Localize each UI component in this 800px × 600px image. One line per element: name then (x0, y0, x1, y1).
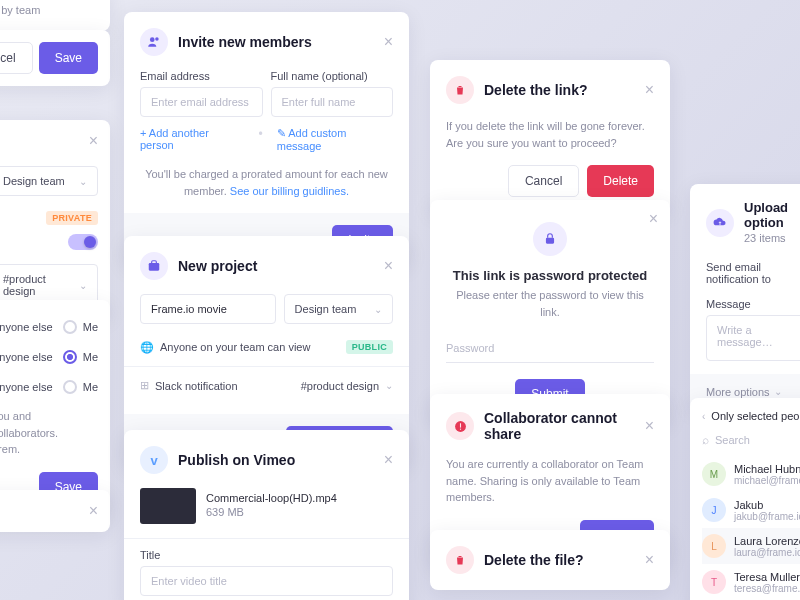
more-options-link[interactable]: More options⌄ (706, 386, 782, 398)
close-icon[interactable]: × (645, 81, 654, 99)
cancel-button[interactable]: ancel (0, 42, 33, 74)
add-msg-link[interactable]: ✎ Add custom message (277, 127, 393, 152)
briefcase-icon (140, 252, 168, 280)
people-icon (140, 28, 168, 56)
user-row[interactable]: TTeresa Mullerteresa@frame.io (702, 564, 800, 600)
user-name: Laura Lorenzo (734, 535, 800, 547)
upload-count: 23 items (744, 230, 800, 247)
msg-label: Message (706, 298, 800, 310)
user-row[interactable]: MMichael Hubnermichael@frame.io (702, 456, 800, 492)
pwd-title: This link is password protected (446, 268, 654, 283)
private-badge: PRIVATE (46, 211, 98, 225)
public-badge: PUBLIC (346, 340, 393, 354)
close-icon[interactable]: × (645, 551, 654, 569)
charge-note: You'll be charged a prorated amount for … (140, 166, 393, 199)
svg-point-0 (150, 37, 155, 42)
send-label: Send email notification to (706, 261, 800, 285)
project-name-input[interactable] (140, 294, 276, 324)
user-email: teresa@frame.io (734, 583, 800, 594)
search-input[interactable] (715, 430, 800, 450)
user-name: Teresa Muller (734, 571, 800, 583)
close-icon[interactable]: × (384, 451, 393, 469)
globe-icon: 🌐 (140, 341, 154, 354)
add-person-link[interactable]: + Add another person (140, 127, 245, 152)
delete-link-body: If you delete the link will be gone fore… (446, 118, 654, 151)
title-label: Title (140, 549, 393, 561)
close-icon[interactable]: × (384, 257, 393, 275)
close-icon[interactable]: × (649, 210, 658, 228)
by-team-text: d by team (0, 2, 98, 19)
collab-title: Collaborator cannot share (484, 410, 635, 442)
trash-icon (446, 76, 474, 104)
avatar: L (702, 534, 726, 558)
name-label: Full name (optional) (271, 70, 394, 82)
upload-title: Upload option (744, 200, 800, 230)
delete-link-title: Delete the link? (484, 82, 635, 98)
file-name: Commercial-loop(HD).mp4 (206, 492, 337, 504)
name-input[interactable] (271, 87, 394, 117)
user-row[interactable]: LLaura Lorenzolaura@frame.io (702, 528, 800, 564)
radio-off[interactable] (63, 320, 77, 334)
user-email: michael@frame.io (734, 475, 800, 486)
svg-rect-6 (459, 428, 460, 429)
vimeo-icon: v (140, 446, 168, 474)
delete-file-title: Delete the file? (484, 552, 635, 568)
video-title-input[interactable] (140, 566, 393, 596)
team-select[interactable]: Design team⌄ (284, 294, 393, 324)
message-textarea[interactable] (706, 315, 800, 361)
collab-body: You are currently a collaborator on Team… (446, 456, 654, 506)
close-icon[interactable]: × (645, 417, 654, 435)
invite-title: Invite new members (178, 34, 374, 50)
radio-on[interactable] (63, 350, 77, 364)
slack-tag-select[interactable]: #product design⌄ (301, 380, 393, 392)
close-icon[interactable]: × (384, 33, 393, 51)
svg-rect-5 (459, 423, 460, 427)
warning-icon (446, 412, 474, 440)
password-input[interactable] (446, 334, 654, 363)
pwd-sub: Please enter the password to view this l… (446, 287, 654, 320)
user-name: Michael Hubner (734, 463, 800, 475)
save-button[interactable]: Save (39, 42, 98, 74)
search-icon: ⌕ (702, 433, 709, 447)
vimeo-title: Publish on Vimeo (178, 452, 374, 468)
slack-label: Slack notification (155, 380, 238, 392)
view-note: Anyone on your team can view (160, 341, 310, 353)
close-icon-2[interactable]: × (89, 502, 98, 520)
anyone-else-label: Anyone else (0, 321, 53, 333)
user-email: jakub@frame.io (734, 511, 800, 522)
lock-icon (533, 222, 567, 256)
avatar: M (702, 462, 726, 486)
close-icon[interactable]: × (89, 132, 98, 150)
user-row[interactable]: JJakubjakub@frame.io (702, 492, 800, 528)
billing-link[interactable]: See our billing guidlines. (230, 185, 349, 197)
people-header[interactable]: ‹Only selected people (702, 410, 800, 422)
design-team-select[interactable]: Design team⌄ (0, 166, 98, 196)
svg-point-1 (155, 37, 159, 41)
trash-icon (446, 546, 474, 574)
file-size: 639 MB (206, 504, 337, 521)
avatar: T (702, 570, 726, 594)
video-thumbnail (140, 488, 196, 524)
slack-icon: ⊞ (140, 379, 149, 392)
svg-rect-2 (149, 263, 160, 271)
email-label: Email address (140, 70, 263, 82)
delete-button[interactable]: Delete (587, 165, 654, 197)
user-email: laura@frame.io (734, 547, 800, 558)
svg-rect-3 (546, 238, 554, 244)
email-input[interactable] (140, 87, 263, 117)
avatar: J (702, 498, 726, 522)
chevron-left-icon: ‹ (702, 411, 705, 422)
new-project-title: New project (178, 258, 374, 274)
user-name: Jakub (734, 499, 800, 511)
cancel-button[interactable]: Cancel (508, 165, 579, 197)
toggle-switch[interactable] (68, 234, 98, 250)
cloud-upload-icon (706, 209, 734, 237)
